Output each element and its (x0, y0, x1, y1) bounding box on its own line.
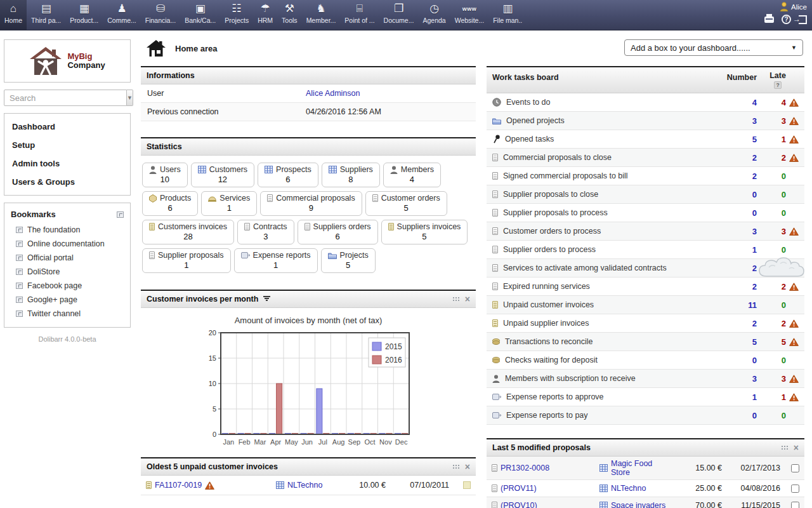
work-task-number[interactable]: 2 (724, 282, 757, 291)
company-link[interactable]: Magic Food Store (611, 459, 671, 477)
proposal-checkbox[interactable] (791, 485, 799, 493)
nav-item-comme-[interactable]: ♟Comme... (103, 0, 141, 30)
nav-item-financia-[interactable]: ⛁Financia... (141, 0, 180, 30)
work-task-number[interactable]: 2 (724, 264, 757, 273)
bookmark-item[interactable]: DoliStore (10, 265, 125, 279)
work-task-number[interactable]: 4 (724, 98, 757, 107)
work-task-label[interactable]: Unpaid customer invoices (492, 300, 724, 309)
info-value[interactable]: Alice Adminson (306, 89, 360, 98)
nav-item-member-[interactable]: ♞Member... (302, 0, 341, 30)
nav-item-third-pa-[interactable]: ▤Third pa... (27, 0, 65, 30)
stat-box-customers-invoices[interactable]: Customers invoices28 (142, 220, 234, 244)
late-help-icon[interactable]: ? (774, 81, 782, 89)
close-box-icon[interactable]: × (465, 464, 470, 470)
stat-box-expense-reports[interactable]: Expense reports1 (234, 248, 318, 273)
work-task-label[interactable]: Checks waiting for deposit (492, 356, 724, 364)
bookmark-item[interactable]: Facebook page (10, 279, 125, 293)
close-box-icon[interactable]: × (465, 296, 470, 302)
proposal-checkbox[interactable] (791, 502, 799, 508)
work-task-label[interactable]: Signed commercial proposals to bill (492, 171, 724, 180)
proposal-ref-link[interactable]: PR1302-0008 (501, 464, 549, 472)
bookmark-item[interactable]: Google+ page (10, 293, 125, 307)
work-task-number[interactable]: 11 (724, 300, 757, 310)
nav-item-website-[interactable]: wwwWebsite... (450, 0, 489, 30)
stat-box-suppliers-orders[interactable]: Suppliers orders6 (298, 220, 378, 244)
nav-item-file-man-[interactable]: ▥File man.. (488, 0, 527, 30)
stat-box-customers[interactable]: Customers12 (191, 163, 254, 187)
nav-item-bank-ca-[interactable]: ▣Bank/Ca... (180, 0, 220, 30)
close-box-icon[interactable]: × (794, 444, 799, 451)
work-task-label[interactable]: Expired running services (492, 282, 724, 291)
bookmark-item[interactable]: Twitter channel (10, 307, 125, 321)
nav-item-agenda[interactable]: ◷Agenda (418, 0, 450, 30)
work-task-label[interactable]: Expense reports to approve (492, 392, 724, 401)
work-task-number[interactable]: 2 (724, 171, 757, 181)
stat-box-contracts[interactable]: Contracts3 (237, 220, 294, 244)
stat-box-customer-orders[interactable]: Customer orders5 (365, 191, 447, 216)
stat-box-prospects[interactable]: Prospects6 (258, 163, 318, 187)
stat-box-users[interactable]: Users10 (142, 163, 188, 187)
work-task-label[interactable]: Events to do (492, 98, 724, 107)
company-link[interactable]: NLTechno (287, 481, 322, 490)
work-task-number[interactable]: 3 (724, 374, 757, 384)
stat-box-projects[interactable]: Projects5 (321, 248, 376, 273)
company-link[interactable]: Space invaders (611, 501, 665, 508)
stat-box-suppliers-invoices[interactable]: Suppliers invoices5 (381, 220, 468, 244)
nav-item-hrm[interactable]: ☂HRM (253, 0, 277, 30)
add-box-dropdown[interactable]: Add a box to your dashboard...... ▼ (624, 39, 803, 56)
add-bookmark-icon[interactable] (117, 211, 124, 218)
work-task-label[interactable]: Supplier proposals to process (492, 208, 724, 217)
stat-box-suppliers[interactable]: Suppliers8 (322, 163, 380, 187)
sidebar-item-users-groups[interactable]: Users & Groups (4, 173, 130, 191)
work-task-label[interactable]: Unpaid supplier invoices (492, 319, 724, 328)
sidebar-item-setup[interactable]: Setup (4, 136, 130, 154)
work-task-label[interactable]: Commercial proposals to close (492, 153, 724, 162)
work-task-number[interactable]: 0 (724, 208, 757, 218)
work-task-label[interactable]: Transactions to reconcile (492, 337, 724, 346)
work-task-number[interactable]: 0 (724, 411, 757, 420)
invoice-ref-link[interactable]: FA1107-0019 (155, 481, 202, 490)
work-task-number[interactable]: 2 (724, 319, 757, 328)
proposal-ref-link[interactable]: (PROV10) (501, 501, 537, 508)
work-task-number[interactable]: 5 (724, 337, 757, 347)
move-box-handle-icon[interactable] (781, 445, 789, 451)
printer-icon[interactable] (764, 17, 774, 23)
search-input[interactable] (4, 90, 127, 106)
logout-icon[interactable] (799, 15, 807, 24)
search-dropdown-button[interactable]: ▼ (127, 90, 133, 106)
nav-item-home[interactable]: ⌂Home (0, 0, 27, 30)
work-task-number[interactable]: 5 (724, 135, 757, 144)
stat-box-supplier-proposals[interactable]: Supplier proposals1 (142, 248, 231, 273)
work-task-number[interactable]: 2 (724, 153, 757, 163)
stat-box-products[interactable]: Products6 (142, 191, 198, 216)
move-box-handle-icon[interactable] (452, 464, 460, 470)
sidebar-item-admin-tools[interactable]: Admin tools (4, 154, 130, 173)
work-task-label[interactable]: Customer orders to process (492, 227, 724, 236)
work-task-number[interactable]: 3 (724, 116, 757, 126)
proposal-ref-link[interactable]: (PROV11) (501, 484, 537, 493)
help-icon[interactable]: ? (782, 15, 791, 24)
bookmark-item[interactable]: The foundation (10, 223, 125, 237)
work-task-number[interactable]: 1 (724, 245, 757, 255)
work-task-label[interactable]: Supplier orders to process (492, 245, 724, 254)
move-box-handle-icon[interactable] (452, 297, 460, 302)
bookmark-item[interactable]: Online documentation (10, 237, 125, 251)
work-task-number[interactable]: 3 (724, 227, 757, 236)
company-link[interactable]: NLTechno (611, 484, 646, 493)
stat-box-services[interactable]: Services1 (201, 191, 257, 216)
nav-item-point-of-[interactable]: ⌸Point of ... (340, 0, 379, 30)
work-task-label[interactable]: Opened projects (492, 116, 724, 125)
work-task-number[interactable]: 0 (724, 190, 757, 199)
sidebar-item-dashboard[interactable]: Dashboard (4, 117, 130, 136)
bookmark-item[interactable]: Official portal (10, 251, 125, 265)
work-task-number[interactable]: 1 (724, 392, 757, 402)
work-task-label[interactable]: Expense reports to pay (492, 411, 724, 420)
work-task-label[interactable]: Members with subscription to receive (492, 374, 724, 383)
nav-item-docume-[interactable]: ❐Docume... (379, 0, 419, 30)
nav-item-product-[interactable]: ▦Product... (65, 0, 103, 30)
nav-item-projects[interactable]: ☷Projects (220, 0, 253, 30)
work-task-label[interactable]: Opened tasks (492, 135, 724, 144)
stat-box-commercial-proposals[interactable]: Commercial proposals9 (260, 191, 362, 216)
stat-box-members[interactable]: Members4 (383, 163, 441, 187)
nav-item-tools[interactable]: ⚒Tools (277, 0, 302, 30)
